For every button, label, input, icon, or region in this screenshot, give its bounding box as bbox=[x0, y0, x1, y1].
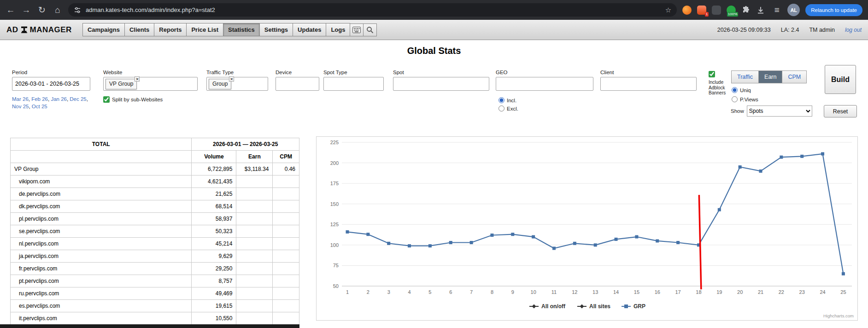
x-tick-label: 4 bbox=[408, 289, 411, 295]
metric-tab-cpm[interactable]: CPM bbox=[782, 70, 807, 83]
period-preset-link[interactable]: Jan 26 bbox=[51, 96, 67, 102]
show-label: Show bbox=[731, 108, 744, 114]
client-input[interactable] bbox=[600, 77, 697, 91]
legend-item-grp[interactable]: GRP bbox=[633, 303, 645, 310]
period-preset-link[interactable]: Oct 25 bbox=[32, 104, 47, 109]
series-marker bbox=[552, 246, 556, 250]
website-input[interactable]: VP Group ✕ bbox=[103, 77, 198, 91]
grp-series-line[interactable] bbox=[347, 154, 843, 274]
table-cell bbox=[236, 263, 273, 275]
metric-tab-earn[interactable]: Earn bbox=[758, 70, 782, 83]
nav-item-clients[interactable]: Clients bbox=[124, 23, 154, 36]
nav-item-price-list[interactable]: Price List bbox=[186, 23, 223, 36]
traffic-type-tag: Group ✕ bbox=[209, 79, 231, 89]
period-preset-link[interactable]: Nov 25 bbox=[12, 104, 29, 109]
series-marker bbox=[676, 241, 680, 244]
period-preset-link[interactable]: Feb 26 bbox=[31, 96, 48, 102]
uniq-radio[interactable] bbox=[732, 87, 738, 93]
table-cell bbox=[236, 213, 273, 225]
x-tick-label: 19 bbox=[716, 289, 722, 295]
adblock-label: Include Adblock Banners bbox=[709, 80, 733, 96]
traffic-type-input[interactable]: Group ✕ bbox=[206, 77, 268, 91]
bookmark-star-icon[interactable]: ☆ bbox=[665, 6, 671, 14]
client-filter: Client bbox=[600, 70, 697, 91]
legend-item-all-sites[interactable]: All sites bbox=[589, 303, 610, 310]
series-marker bbox=[821, 152, 824, 155]
series-marker bbox=[387, 242, 390, 245]
nav-item-campaigns[interactable]: Campaigns bbox=[82, 23, 125, 36]
table-cell bbox=[273, 176, 299, 188]
table-row: ja.pervclips.com9,629 bbox=[11, 250, 299, 263]
profile-avatar[interactable]: AL bbox=[787, 4, 800, 16]
spot-input[interactable] bbox=[393, 77, 489, 91]
back-icon[interactable]: ← bbox=[6, 5, 16, 15]
relaunch-button[interactable]: Relaunch to update bbox=[805, 4, 862, 16]
x-tick-label: 9 bbox=[511, 289, 514, 295]
page-title: Global Stats bbox=[0, 46, 868, 57]
series-marker bbox=[366, 233, 369, 236]
logo-text-ad: AD bbox=[6, 25, 18, 35]
content-area: TOTAL 2026-03-01 — 2026-03-25 Volume Ear… bbox=[0, 138, 868, 328]
extensions-puzzle-icon[interactable] bbox=[741, 6, 751, 15]
geo-input[interactable] bbox=[496, 77, 593, 91]
table-subheader-row: Volume Earn CPM bbox=[11, 151, 299, 163]
table-cell bbox=[273, 312, 299, 325]
site-settings-icon[interactable] bbox=[74, 6, 81, 14]
table-cell bbox=[236, 225, 273, 238]
col-empty bbox=[11, 151, 192, 163]
console-button[interactable] bbox=[350, 23, 364, 36]
remove-traffic-type-tag-icon[interactable]: ✕ bbox=[229, 76, 234, 82]
filters-bar: Period Mar 26, Feb 26, Jan 26, Dec 25, N… bbox=[0, 65, 868, 125]
forward-icon[interactable]: → bbox=[21, 5, 31, 15]
excl-radio[interactable] bbox=[499, 105, 504, 111]
address-bar[interactable]: adman.kates-tech.com/admin/index.php?a=s… bbox=[68, 3, 677, 17]
nav-item-logs[interactable]: Logs bbox=[326, 23, 350, 36]
table-cell: 50,323 bbox=[192, 225, 236, 238]
metric-tab-traffic[interactable]: Traffic bbox=[731, 70, 759, 83]
table-cell bbox=[236, 238, 273, 250]
reading-list-icon[interactable]: ≡ bbox=[772, 5, 782, 15]
table-cell bbox=[236, 287, 273, 300]
adblock-checkbox[interactable] bbox=[709, 71, 715, 77]
extension-icon-4[interactable]: 100% bbox=[727, 6, 736, 15]
stats-table-body: VP Group6,722,895$3,118.340.46vikiporn.c… bbox=[11, 163, 299, 325]
x-tick-label: 21 bbox=[758, 289, 763, 295]
nav-item-reports[interactable]: Reports bbox=[154, 23, 187, 36]
build-button[interactable]: Build bbox=[825, 65, 856, 94]
logout-link[interactable]: log out bbox=[845, 27, 862, 33]
incl-radio[interactable] bbox=[499, 97, 504, 103]
period-input[interactable] bbox=[12, 77, 90, 91]
downloads-icon[interactable] bbox=[756, 6, 766, 15]
table-cell: 10,550 bbox=[192, 312, 236, 325]
period-preset-link[interactable]: Dec 25 bbox=[70, 96, 86, 102]
remove-website-tag-icon[interactable]: ✕ bbox=[135, 76, 140, 82]
split-subwebsites-label: Split by sub-Websites bbox=[112, 97, 163, 102]
extension-icon-3[interactable] bbox=[712, 6, 721, 15]
url-text[interactable]: adman.kates-tech.com/admin/index.php?a=s… bbox=[86, 6, 661, 13]
show-select[interactable]: Spots bbox=[747, 105, 812, 117]
reload-icon[interactable]: ↻ bbox=[37, 5, 47, 15]
table-cell bbox=[273, 263, 299, 275]
extension-icon-1[interactable] bbox=[682, 6, 692, 15]
x-tick-label: 2 bbox=[367, 289, 369, 295]
pviews-radio[interactable] bbox=[732, 96, 738, 102]
spot-type-input[interactable] bbox=[323, 77, 384, 91]
extension-icon-2[interactable]: 1 bbox=[697, 6, 706, 15]
home-icon[interactable]: ⌂ bbox=[53, 5, 63, 15]
highcharts-watermark: Highcharts.com bbox=[823, 313, 854, 318]
nav-item-updates[interactable]: Updates bbox=[293, 23, 326, 36]
col-cpm: CPM bbox=[273, 151, 299, 163]
website-label: Website bbox=[103, 70, 198, 75]
nav-item-settings[interactable]: Settings bbox=[259, 23, 293, 36]
legend-item-all-on-off[interactable]: All on/off bbox=[541, 303, 566, 310]
period-preset-link[interactable]: Mar 26 bbox=[12, 96, 29, 102]
device-input[interactable] bbox=[276, 77, 319, 91]
series-marker bbox=[800, 155, 803, 158]
split-subwebsites-checkbox[interactable] bbox=[103, 96, 110, 103]
reset-button[interactable]: Reset bbox=[824, 105, 857, 117]
series-marker bbox=[635, 235, 638, 239]
search-button[interactable] bbox=[363, 23, 377, 36]
table-cell bbox=[236, 300, 273, 312]
series-marker bbox=[428, 244, 432, 247]
nav-item-statistics[interactable]: Statistics bbox=[223, 23, 260, 36]
